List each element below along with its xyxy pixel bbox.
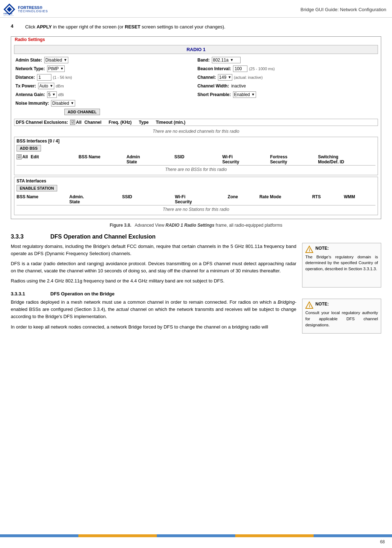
- footer-bar: [0, 534, 392, 537]
- section-333-title: DFS Operation and Channel Exclusion: [50, 234, 155, 240]
- band-field: Band: 802.11a ▼: [196, 56, 378, 64]
- band-arrow: ▼: [230, 58, 233, 62]
- beacon-interval-input[interactable]: 100: [233, 65, 247, 72]
- page-header: FORTRESS TECHNOLOGIES FORTRESS® TECHNOLO…: [0, 0, 392, 18]
- sta-col-wmm: WMM: [344, 194, 375, 199]
- sta-col-rts: RTS: [312, 194, 344, 199]
- noise-immunity-select[interactable]: Disabled ▼: [51, 100, 75, 107]
- channel-width-label: Channel Width:: [197, 83, 229, 89]
- logo-area: FORTRESS TECHNOLOGIES FORTRESS® TECHNOLO…: [3, 3, 48, 16]
- fortress-logo-icon: FORTRESS TECHNOLOGIES: [3, 3, 16, 16]
- antenna-gain-select[interactable]: 5 ▼: [47, 91, 57, 98]
- beacon-interval-label: Beacon Interval:: [197, 66, 231, 71]
- dfs-channel-exclusions-row: DFS Channel Exclusions: ☑ All Channel Fr…: [14, 119, 378, 126]
- beacon-interval-field: Beacon Interval: 100 (25 - 1000 ms): [196, 65, 378, 73]
- section-333-number: 3.3.3: [11, 234, 50, 240]
- add-channel-area: ADD CHANNEL: [64, 109, 378, 117]
- bss-select-all-checkbox[interactable]: ☑: [17, 154, 22, 159]
- frame-legend: Radio Settings: [13, 36, 381, 43]
- bss-col-ssid: SSID: [174, 154, 222, 159]
- beacon-interval-hint: (25 - 1000 ms): [249, 67, 275, 71]
- dfs-checkbox[interactable]: ☑: [70, 120, 75, 125]
- section-3331-para-2: In order to keep all network nodes conne…: [11, 323, 296, 331]
- add-channel-button[interactable]: ADD CHANNEL: [64, 109, 100, 115]
- footer-seg-5: [314, 534, 392, 537]
- reset-keyword: RESET: [125, 24, 140, 30]
- enable-station-button[interactable]: ENABLE STATION: [17, 185, 57, 191]
- page-number: 68: [380, 539, 385, 544]
- dfs-label: DFS Channel Exclusions:: [16, 120, 68, 125]
- short-preamble-select[interactable]: Enabled ▼: [233, 91, 256, 98]
- admin-state-select[interactable]: Disabled ▼: [44, 57, 68, 63]
- bss-col-fortress-sec: FortressSecurity: [270, 154, 318, 164]
- section-333-heading: 3.3.3 DFS Operation and Channel Exclusio…: [11, 234, 381, 240]
- add-bss-button[interactable]: ADD BSS: [17, 145, 41, 151]
- section-333-para-3: Radios using the 2.4 GHz 802.11g frequen…: [11, 277, 296, 285]
- short-preamble-arrow: ▼: [251, 92, 255, 96]
- dfs-col-channel: Channel: [85, 120, 101, 125]
- admin-state-field: Admin State: Disabled ▼: [14, 56, 196, 64]
- sta-col-rate-mode: Rate Mode: [259, 194, 312, 199]
- dfs-col-freq: Freq. (KHz): [109, 120, 132, 125]
- distance-label: Distance:: [15, 75, 35, 80]
- section-3331-note-warning-icon: i: [305, 301, 313, 309]
- bss-interfaces-section: BSS Interfaces [0 / 4] ADD BSS ☑ All Edi…: [14, 137, 378, 175]
- antenna-gain-unit: dBi: [58, 92, 64, 97]
- radio-settings-frame: Radio Settings RADIO 1 Admin State: Disa…: [11, 36, 381, 219]
- apply-keyword: APPLY: [37, 24, 52, 30]
- footer-seg-4: [235, 534, 314, 537]
- network-type-select[interactable]: PtMP ▼: [47, 65, 65, 72]
- noise-immunity-arrow: ▼: [70, 101, 74, 105]
- figure-name: RADIO 1 Radio Settings: [165, 223, 214, 228]
- section-333-body: Most regulatory domains, including the B…: [11, 243, 381, 288]
- sta-no-data-message: There are no Stations for this radio: [17, 205, 375, 213]
- dfs-col-type: Type: [139, 120, 149, 125]
- radio-fields-grid: Admin State: Disabled ▼ Band: 802.11a ▼ …: [14, 56, 378, 107]
- tx-power-label: Tx Power:: [15, 83, 36, 89]
- svg-text:FORTRESS: FORTRESS: [4, 13, 13, 15]
- footer-seg-2: [78, 534, 157, 537]
- section-3331-note-header: i NOTE:: [305, 301, 378, 309]
- figure-suffix: frame, all radio-equipped platforms: [214, 223, 282, 228]
- band-select[interactable]: 802.11a ▼: [212, 57, 241, 63]
- tx-power-unit: dBm: [56, 84, 64, 88]
- band-label: Band:: [197, 58, 210, 63]
- dfs-col-timeout: Timeout (min.): [156, 120, 185, 125]
- distance-hint: (1 - 56 km): [53, 75, 72, 80]
- bss-table-header: ☑ All Edit BSS Name AdminState SSID Wi-F…: [17, 154, 375, 166]
- radio-header: RADIO 1: [14, 45, 378, 54]
- admin-state-arrow: ▼: [64, 58, 67, 62]
- network-type-arrow: ▼: [60, 67, 64, 71]
- dfs-no-data-message: There are no excluded channels for this …: [14, 127, 378, 135]
- section-333-note-box: i NOTE: The Bridge's regulatory domain i…: [302, 243, 381, 288]
- network-type-label: Network Type:: [15, 66, 45, 71]
- section-3331-number: 3.3.3.1: [11, 291, 50, 296]
- tx-power-arrow: ▼: [50, 84, 53, 88]
- dfs-all-label: All: [76, 120, 81, 125]
- network-type-field: Network Type: PtMP ▼: [14, 65, 196, 73]
- tx-power-select[interactable]: Auto ▼: [38, 83, 54, 89]
- svg-text:TECHNOLOGIES: TECHNOLOGIES: [4, 15, 14, 16]
- bss-col-name: BSS Name: [78, 154, 126, 159]
- bss-col-edit: Edit: [31, 154, 78, 159]
- sta-col-bss-name: BSS Name: [17, 194, 69, 199]
- bss-col-switching: SwitchingMode/Def. ID: [318, 154, 375, 164]
- distance-input[interactable]: 1: [37, 74, 51, 81]
- step-text: Click APPLY in the upper right of the sc…: [25, 23, 225, 31]
- noise-immunity-label: Noise Immunity:: [15, 101, 49, 106]
- channel-select[interactable]: 149 ▼: [218, 74, 232, 81]
- figure-caption: Figure 3.8. Advanced View RADIO 1 Radio …: [11, 223, 381, 228]
- short-preamble-field: Short Preamble: Enabled ▼: [196, 91, 378, 99]
- channel-width-field: Channel Width: inactive: [196, 82, 378, 90]
- section-3331-note-text: Consult your local regulatory authority …: [305, 311, 378, 327]
- channel-label: Channel:: [197, 75, 216, 80]
- section-3331-heading: 3.3.3.1 DFS Operation on the Bridge: [11, 291, 381, 296]
- note-warning-icon: i: [305, 245, 313, 253]
- channel-width-value: inactive: [231, 83, 246, 89]
- antenna-gain-label: Antenna Gain:: [15, 92, 45, 97]
- footer-seg-3: [157, 534, 235, 537]
- footer-seg-1: [0, 534, 78, 537]
- step-number: 4: [11, 23, 18, 29]
- tx-power-field: Tx Power: Auto ▼ dBm: [14, 82, 196, 90]
- logo-text-technologies: TECHNOLOGIES: [18, 10, 48, 13]
